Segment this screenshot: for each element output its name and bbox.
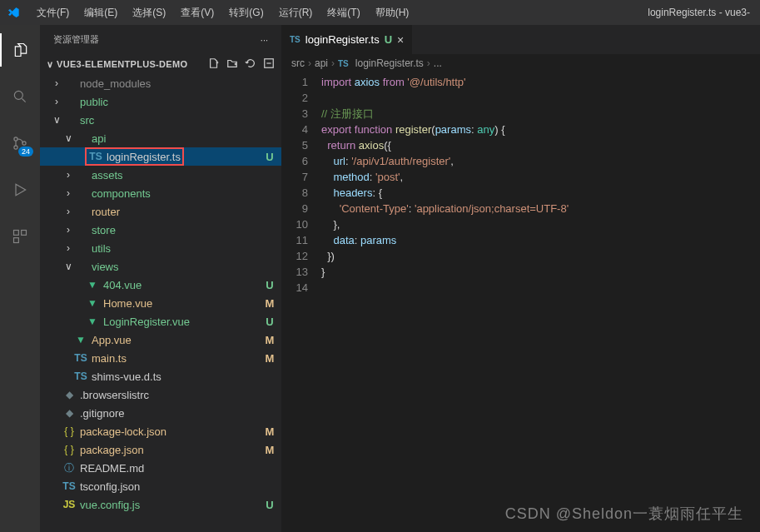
vue-icon: ▼ [73,334,88,346]
chevron-right-icon: › [427,57,430,69]
tree-item[interactable]: ▼404.vueU [40,276,281,294]
tree-item[interactable]: ›assets [40,166,281,184]
activity-search[interactable] [0,80,40,113]
menu-item[interactable]: 终端(T) [320,2,366,23]
tree-item[interactable]: { }package-lock.jsonM [40,422,281,440]
tree-item[interactable]: { }package.jsonM [40,440,281,459]
tree-label: tsconfig.json [80,480,281,493]
tree-item[interactable]: ›store [40,221,281,239]
ts-icon: TS [338,59,349,68]
twisty-icon: › [63,206,73,217]
svg-point-0 [14,91,22,99]
menu-item[interactable]: 查看(V) [174,2,221,23]
tree-item[interactable]: ∨src [40,111,281,129]
breadcrumb-item[interactable]: loginRegister.ts [355,57,424,69]
git-status: M [263,334,276,346]
titlebar: 文件(F)编辑(E)选择(S)查看(V)转到(G)运行(R)终端(T)帮助(H)… [0,0,760,25]
new-folder-icon[interactable] [226,57,238,71]
tree-item[interactable]: ⓘREADME.md [40,459,281,477]
tree-item[interactable]: ›public [40,92,281,111]
tree-label: components [92,187,281,200]
tree-label: 404.vue [103,279,263,291]
twisty-icon: ∨ [52,114,62,126]
tree-item[interactable]: ▼App.vueM [40,331,281,349]
sidebar: 资源管理器 ··· ∨ VUE3-ELEMENTPLUS-DEMO ›node_… [40,25,281,532]
line-numbers: 1234567891011121314 [281,74,321,296]
tree-item[interactable]: TSshims-vue.d.ts [40,367,281,385]
watermark: CSDN @Sheldon一蓑烟雨任平生 [505,504,743,524]
breadcrumb-item[interactable]: src [291,57,305,69]
tree-item[interactable]: ›components [40,184,281,202]
breadcrumbs[interactable]: src›api›TSloginRegister.ts›... [281,54,760,72]
tree-label: App.vue [92,334,263,346]
ts-icon: TS [88,151,103,162]
more-icon[interactable]: ··· [261,35,268,45]
tree-label: shims-vue.d.ts [92,370,281,383]
js-icon: JS [62,499,77,510]
tree-label: loginRegister.ts [107,151,181,163]
ts2-icon: TS [62,480,77,492]
tree-label: utils [92,242,281,255]
tree-item[interactable]: ∨views [40,257,281,276]
tree-label: store [92,224,281,236]
tree-item[interactable]: ▼Home.vueM [40,294,281,312]
menu-item[interactable]: 文件(F) [30,2,76,23]
twisty-icon: ∨ [63,261,73,272]
close-icon[interactable]: × [397,33,404,47]
vue-icon: ▼ [85,316,100,327]
explorer-root[interactable]: ∨ VUE3-ELEMENTPLUS-DEMO [40,54,281,74]
scm-badge: 24 [18,147,33,157]
twisty-icon: › [52,96,62,107]
git-status: M [263,297,276,310]
svg-rect-5 [22,231,27,236]
tree-label: .gitignore [80,407,281,420]
tree-label: vue.config.js [80,499,263,511]
tree-item[interactable]: ›node_modules [40,74,281,92]
tree-item[interactable]: ◆.gitignore [40,404,281,422]
new-file-icon[interactable] [208,57,220,71]
breadcrumb-item[interactable]: ... [434,57,442,69]
sidebar-header: 资源管理器 ··· [40,25,281,54]
activity-explorer[interactable] [0,33,40,67]
tree-item[interactable]: ▼LoginRegister.vueU [40,312,281,331]
menu-item[interactable]: 帮助(H) [369,2,416,23]
json-icon: { } [62,425,77,437]
tree-item[interactable]: ›utils [40,239,281,257]
tree-item[interactable]: TSloginRegister.tsU [40,147,281,166]
tree-item[interactable]: ◆.browserslistrc [40,385,281,404]
activity-scm[interactable]: 24 [0,127,40,160]
tab-loginregister[interactable]: TS loginRegister.ts U × [281,25,412,54]
menu-item[interactable]: 编辑(E) [77,2,124,23]
code-editor[interactable]: 1234567891011121314 import axios from '@… [281,72,760,296]
menu-item[interactable]: 转到(G) [222,2,270,23]
refresh-icon[interactable] [245,57,256,71]
window-title: loginRegister.ts - vue3- [648,7,753,18]
root-name: VUE3-ELEMENTPLUS-DEMO [57,59,187,69]
tree-item[interactable]: TSmain.tsM [40,349,281,367]
breadcrumb-item[interactable]: api [315,57,328,69]
tree-item[interactable]: JSvue.config.jsU [40,495,281,514]
vscode-logo-icon [7,6,20,19]
tree-label: .browserslistrc [80,389,281,401]
git-status: U [263,316,276,328]
collapse-icon[interactable] [263,57,275,71]
tree-label: README.md [80,462,281,475]
sidebar-title: 资源管理器 [53,33,99,46]
tree-item[interactable]: ›router [40,202,281,221]
menubar: 文件(F)编辑(E)选择(S)查看(V)转到(G)运行(R)终端(T)帮助(H) [30,2,415,23]
git-status: U [263,279,276,291]
tab-git-status: U [385,33,392,46]
menu-item[interactable]: 选择(S) [126,2,172,23]
highlight-box: TSloginRegister.ts [85,147,184,166]
ts-icon: TS [73,352,88,364]
code-lines[interactable]: import axios from '@/utils/http' // 注册接口… [321,74,760,296]
ts-icon: TS [73,370,88,382]
activity-extensions[interactable] [0,220,40,253]
tree-item[interactable]: ∨api [40,129,281,147]
tree-label: LoginRegister.vue [103,316,263,328]
git-status: M [263,444,276,456]
activity-debug[interactable] [0,173,40,206]
menu-item[interactable]: 运行(R) [272,2,320,23]
tree-item[interactable]: TStsconfig.json [40,477,281,495]
svg-point-1 [14,137,17,141]
